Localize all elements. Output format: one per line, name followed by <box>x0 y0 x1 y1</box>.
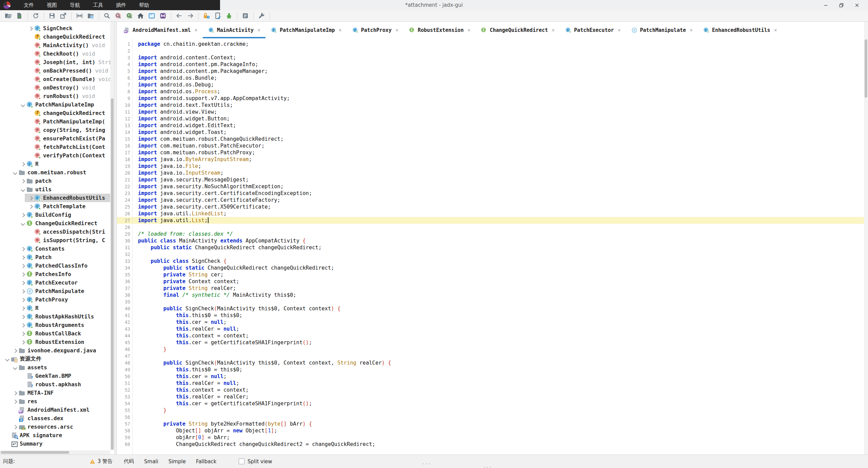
memory-usage-button[interactable] <box>157 11 169 21</box>
menu-file[interactable]: 文件 <box>17 0 40 10</box>
chevron-right-icon[interactable] <box>19 272 26 277</box>
editor-tab[interactable]: PatchProxy× <box>347 22 403 38</box>
chevron-right-icon[interactable] <box>19 339 26 345</box>
tree-item[interactable]: EnhancedRobustUtils <box>0 194 110 202</box>
tree-item[interactable]: PatchManipulateImp( <box>0 117 110 126</box>
tree-item[interactable]: onBackPressed()void <box>0 66 110 75</box>
menu-tools[interactable]: 工具 <box>86 0 110 10</box>
split-view-control[interactable]: Split view <box>239 455 272 468</box>
add-files-button[interactable] <box>14 11 25 21</box>
tree-item[interactable]: PatchManipulateImp <box>0 100 110 109</box>
log-viewer-button[interactable] <box>240 11 251 21</box>
tree-item[interactable]: res <box>0 397 110 406</box>
preferences-button[interactable] <box>256 11 267 21</box>
class-search-button[interactable] <box>113 11 124 21</box>
sync-with-editor-button[interactable] <box>74 11 85 21</box>
tree-item[interactable]: PatchesInfo <box>0 270 110 278</box>
tree-item[interactable]: BuildConfig <box>0 211 110 219</box>
tree-horizontal-scrollbar[interactable] <box>0 450 110 454</box>
editor-tab[interactable]: MainActivity× <box>203 22 265 38</box>
text-search-button[interactable] <box>101 11 113 21</box>
chevron-down-icon[interactable] <box>11 170 19 175</box>
view-tab-simple[interactable]: Simple <box>163 459 191 465</box>
chevron-down-icon[interactable] <box>11 365 19 370</box>
editor-tab[interactable]: RobustExtension× <box>403 22 476 38</box>
chevron-right-icon[interactable] <box>11 348 19 353</box>
tree-item[interactable]: R <box>0 160 110 168</box>
tree-item[interactable]: AndroidManifest.xml <box>0 406 110 414</box>
chevron-right-icon[interactable] <box>19 289 26 294</box>
comment-search-button[interactable] <box>124 11 135 21</box>
chevron-right-icon[interactable] <box>19 178 26 184</box>
tree-item[interactable]: PatchTemplate <box>0 202 110 211</box>
tree-item[interactable]: RobustExtension <box>0 338 110 346</box>
save-all-button[interactable] <box>46 11 58 21</box>
chevron-down-icon[interactable] <box>3 356 11 362</box>
tree-item[interactable]: PatchManipulate <box>0 287 110 295</box>
close-button[interactable] <box>849 0 865 10</box>
tree-item[interactable]: PatchExecutor <box>0 278 110 287</box>
code-area[interactable]: 1package cn.chaitin.geektan.crackme;23im… <box>117 38 864 454</box>
quark-report-button[interactable] <box>212 11 223 21</box>
tree-item[interactable]: META-INF <box>0 389 110 397</box>
chevron-right-icon[interactable] <box>27 195 34 201</box>
view-tab-smali[interactable]: Smali <box>139 459 163 465</box>
tree-item[interactable]: 资源文件 <box>0 355 110 363</box>
menu-navigation[interactable]: 导航 <box>63 0 86 10</box>
reload-files-button[interactable] <box>30 11 41 21</box>
chevron-down-icon[interactable] <box>19 187 26 192</box>
close-icon[interactable]: × <box>257 27 260 33</box>
debugger-button[interactable] <box>223 11 235 21</box>
deobfuscation-button[interactable] <box>201 11 212 21</box>
chevron-right-icon[interactable] <box>19 246 26 252</box>
tree-item[interactable]: Patch <box>0 253 110 261</box>
close-icon[interactable]: × <box>690 27 693 33</box>
tree-vertical-scrollbar-thumb[interactable] <box>111 98 114 450</box>
chevron-right-icon[interactable] <box>19 297 26 303</box>
tree-item[interactable]: resources.arsc <box>0 423 110 431</box>
navigate-back-button[interactable] <box>174 11 185 21</box>
close-icon[interactable]: × <box>339 27 342 33</box>
close-icon[interactable]: × <box>774 27 777 33</box>
close-icon[interactable]: × <box>552 27 555 33</box>
chevron-right-icon[interactable] <box>11 399 19 404</box>
tree-item[interactable]: verifyPatch(Context <box>0 151 110 160</box>
tree-item[interactable]: R <box>0 304 110 312</box>
close-icon[interactable]: × <box>195 27 198 33</box>
tree-item[interactable]: onCreate(Bundle)void <box>0 75 110 83</box>
tree-item[interactable]: ivonhoe.dexguard.java <box>0 346 110 355</box>
chevron-right-icon[interactable] <box>19 161 26 167</box>
tree-item[interactable]: RobustApkHashUtils <box>0 312 110 321</box>
menu-view[interactable]: 视图 <box>40 0 63 10</box>
tree-item[interactable]: assets <box>0 363 110 372</box>
editor-vertical-scrollbar[interactable] <box>864 22 868 454</box>
chevron-right-icon[interactable] <box>27 204 34 209</box>
tree-item[interactable]: Constants <box>0 245 110 253</box>
tree-item[interactable]: patch <box>0 177 110 185</box>
chevron-right-icon[interactable] <box>19 263 26 269</box>
chevron-right-icon[interactable] <box>19 280 26 286</box>
view-tab-code[interactable]: 代码 <box>119 458 139 465</box>
go-to-main-activity-button[interactable] <box>135 11 146 21</box>
split-view-checkbox[interactable] <box>239 459 244 464</box>
chevron-right-icon[interactable] <box>19 323 26 328</box>
tree-item[interactable]: fetchPatchList(Cont <box>0 143 110 151</box>
menu-plugins[interactable]: 插件 <box>110 0 133 10</box>
minimize-button[interactable] <box>818 0 833 10</box>
panel-splitter[interactable] <box>114 22 117 454</box>
open-file-button[interactable] <box>3 11 14 21</box>
tree-item[interactable]: SignCheck <box>0 24 110 33</box>
chevron-right-icon[interactable] <box>11 424 19 430</box>
chevron-right-icon[interactable] <box>27 26 34 31</box>
restore-button[interactable] <box>833 0 849 10</box>
chevron-right-icon[interactable] <box>19 255 26 260</box>
tree-item[interactable]: copy(String, String <box>0 126 110 134</box>
chevron-right-icon[interactable] <box>19 314 26 319</box>
editor-tab[interactable]: EnhancedRobustUtils× <box>698 22 782 38</box>
tree-item[interactable]: MainActivity()void <box>0 41 110 50</box>
tree-vertical-scrollbar[interactable] <box>110 22 114 450</box>
chevron-right-icon[interactable] <box>19 212 26 218</box>
tree-item[interactable]: classes.dex <box>0 414 110 423</box>
flatten-packages-button[interactable] <box>85 11 96 21</box>
tree-item[interactable]: PatchProxy <box>0 295 110 304</box>
